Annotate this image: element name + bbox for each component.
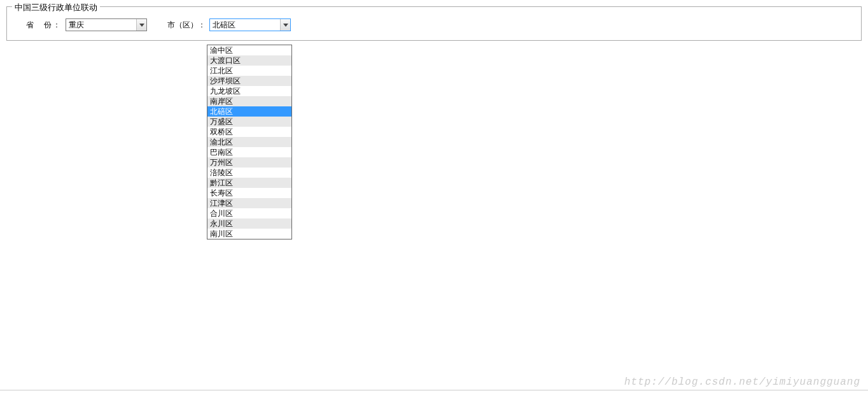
dropdown-option[interactable]: 黔江区 xyxy=(207,178,291,188)
province-label: 省 份： xyxy=(26,20,62,31)
dropdown-option[interactable]: 巴南区 xyxy=(207,147,291,157)
dropdown-option[interactable]: 渝北区 xyxy=(207,137,291,147)
chevron-down-icon xyxy=(280,19,290,31)
watermark-text: http://blog.csdn.net/yimiyuangguang xyxy=(624,376,860,388)
footer-divider xyxy=(0,390,868,390)
city-select-value: 北碚区 xyxy=(213,20,235,31)
city-label: 市（区）： xyxy=(167,20,206,31)
dropdown-option[interactable]: 北碚区 xyxy=(207,106,291,117)
dropdown-option[interactable]: 合川区 xyxy=(207,208,291,218)
dropdown-option[interactable]: 长寿区 xyxy=(207,188,291,198)
dropdown-option[interactable]: 万盛区 xyxy=(207,117,291,127)
dropdown-option[interactable]: 渝中区 xyxy=(207,45,291,55)
fieldset-region-linkage: 中国三级行政单位联动 省 份： 重庆 市（区）： 北碚区 xyxy=(6,6,862,41)
dropdown-option[interactable]: 江北区 xyxy=(207,66,291,76)
dropdown-option[interactable]: 南川区 xyxy=(207,229,291,239)
province-select[interactable]: 重庆 xyxy=(66,18,147,31)
city-dropdown-list[interactable]: 渝中区大渡口区江北区沙坪坝区九龙坡区南岸区北碚区万盛区双桥区渝北区巴南区万州区涪… xyxy=(207,45,292,239)
dropdown-option[interactable]: 万州区 xyxy=(207,157,291,168)
dropdown-option[interactable]: 永川区 xyxy=(207,218,291,229)
dropdown-option[interactable]: 大渡口区 xyxy=(207,55,291,66)
dropdown-option[interactable]: 南岸区 xyxy=(207,96,291,106)
dropdown-option[interactable]: 江津区 xyxy=(207,198,291,208)
dropdown-option[interactable]: 沙坪坝区 xyxy=(207,76,291,86)
form-row: 省 份： 重庆 市（区）： 北碚区 xyxy=(7,7,861,40)
province-select-value: 重庆 xyxy=(69,20,84,31)
dropdown-option[interactable]: 九龙坡区 xyxy=(207,86,291,96)
chevron-down-icon xyxy=(136,19,146,31)
dropdown-option[interactable]: 双桥区 xyxy=(207,127,291,137)
city-select[interactable]: 北碚区 xyxy=(209,18,291,31)
dropdown-option[interactable]: 涪陵区 xyxy=(207,168,291,178)
fieldset-legend: 中国三级行政单位联动 xyxy=(12,2,100,13)
